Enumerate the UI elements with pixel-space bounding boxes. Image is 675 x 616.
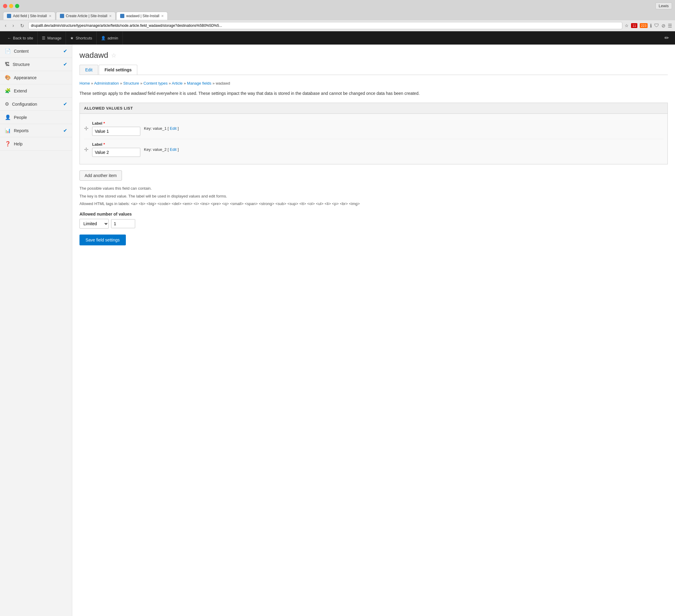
browser-icons: ☆ 11 223 ℹ 🛡 ⊘ ☰ <box>625 23 672 28</box>
maximize-traffic-light[interactable] <box>15 4 19 8</box>
breadcrumb-sep-5: » <box>213 81 216 85</box>
sidebar-extend-label: Extend <box>14 88 27 93</box>
sidebar-item-content-left: 📄 Content <box>5 48 28 54</box>
sidebar-configuration-label: Configuration <box>12 102 37 106</box>
traffic-lights <box>3 4 19 8</box>
browser-tab-1[interactable]: Create Article | Site-Install ✕ <box>56 12 116 20</box>
breadcrumb-sep-4: » <box>184 81 187 85</box>
sidebar-item-structure[interactable]: 🏗 Structure ✔ <box>0 58 72 71</box>
add-another-item-button[interactable]: Add another item <box>79 170 122 181</box>
sidebar-item-appearance[interactable]: 🎨 Appearance <box>0 71 72 84</box>
extension-icon-3[interactable]: ⊘ <box>662 23 665 28</box>
content-icon: 📄 <box>5 48 11 54</box>
allowed-number-row: LimitedUnlimited <box>79 219 668 229</box>
reports-icon: 📊 <box>5 128 11 133</box>
breadcrumb-article[interactable]: Article <box>172 81 182 85</box>
browser-addressbar: ‹ › ↻ ☆ 11 223 ℹ 🛡 ⊘ ☰ <box>0 20 675 31</box>
breadcrumb-administration[interactable]: Administration <box>94 81 119 85</box>
sidebar-item-content[interactable]: 📄 Content ✔ <box>0 45 72 58</box>
edit-link-1[interactable]: Edit <box>170 147 176 152</box>
info-icon[interactable]: ℹ <box>650 23 652 28</box>
edit-pencil-icon[interactable]: ✏ <box>662 34 672 41</box>
sidebar-structure-label: Structure <box>13 62 30 67</box>
sidebar-item-structure-left: 🏗 Structure <box>5 62 30 67</box>
breadcrumb-structure[interactable]: Structure <box>123 81 139 85</box>
admin-bar: ← Back to site ☰ Manage ★ Shortcuts 👤 ad… <box>0 31 675 45</box>
manage-link[interactable]: ☰ Manage <box>38 31 66 45</box>
page-description: These settings apply to the wadawd field… <box>79 90 668 97</box>
breadcrumb-sep-3: » <box>169 81 172 85</box>
shortcuts-link[interactable]: ★ Shortcuts <box>66 31 97 45</box>
page-title-row: wadawd ☆ <box>79 51 668 60</box>
sidebar-item-reports[interactable]: 📊 Reports ✔ <box>0 124 72 137</box>
sidebar-item-configuration[interactable]: ⚙ Configuration ✔ <box>0 97 72 111</box>
shortcuts-star-icon: ★ <box>70 36 74 41</box>
drag-handle-0[interactable]: ✛ <box>84 125 88 132</box>
forward-button[interactable]: › <box>10 22 16 29</box>
breadcrumb-sep-1: » <box>120 81 123 85</box>
content-area: wadawd ☆ Edit Field settings Home » Admi… <box>72 45 675 616</box>
sidebar-item-extend-left: 🧩 Extend <box>5 88 27 94</box>
back-to-site-link[interactable]: ← Back to site <box>3 31 38 45</box>
shortcuts-label: Shortcuts <box>76 36 92 41</box>
admin-label: admin <box>107 36 118 41</box>
breadcrumb-home[interactable]: Home <box>79 81 90 85</box>
tab-label-1: Create Article | Site-Install <box>66 14 107 18</box>
key-info-close-0: ] <box>178 126 179 131</box>
key-info-sep-1: [ <box>168 147 169 152</box>
sidebar-people-label: People <box>14 115 27 120</box>
menu-icon[interactable]: ☰ <box>668 23 672 28</box>
browser-tab-2[interactable]: wadawd | Site-Install ✕ <box>116 12 168 20</box>
drag-handle-1[interactable]: ✛ <box>84 146 88 153</box>
close-traffic-light[interactable] <box>3 4 7 8</box>
browser-tabs: Add field | Site-Install ✕ Create Articl… <box>0 12 675 20</box>
breadcrumb-manage-fields[interactable]: Manage fields <box>187 81 211 85</box>
breadcrumb-sep-2: » <box>140 81 144 85</box>
value-row-1: ✛ Label * Key: value_2 [ Edit ] <box>84 139 663 160</box>
key-info-0: Key: value_1 [ Edit ] <box>144 126 179 131</box>
tab-close-0[interactable]: ✕ <box>49 14 52 18</box>
value-input-1[interactable] <box>92 148 140 157</box>
section-header: ALLOWED VALUES LIST <box>80 103 668 114</box>
reports-check-icon: ✔ <box>63 128 67 133</box>
tab-edit[interactable]: Edit <box>79 65 98 75</box>
extension-icon-2[interactable]: 🛡 <box>654 23 659 28</box>
key-info-sep-0: [ <box>168 126 169 131</box>
reload-button[interactable]: ↻ <box>18 22 26 29</box>
sidebar-item-extend[interactable]: 🧩 Extend <box>0 84 72 97</box>
address-bar[interactable] <box>28 22 623 29</box>
user-icon: 👤 <box>101 36 106 41</box>
people-icon: 👤 <box>5 114 11 120</box>
help-icon: ❓ <box>5 141 11 147</box>
star-bookmark-icon[interactable]: ☆ <box>625 23 629 28</box>
tab-field-settings[interactable]: Field settings <box>99 65 137 75</box>
sidebar-content-label: Content <box>14 49 28 54</box>
save-field-settings-button[interactable]: Save field settings <box>79 235 126 245</box>
user-profile: Lewis <box>656 2 672 9</box>
structure-icon: 🏗 <box>5 62 10 67</box>
help-text-1: The possible values this field can conta… <box>79 185 668 191</box>
help-text-2: The key is the stored value. The label w… <box>79 193 668 199</box>
value-input-0[interactable] <box>92 127 140 136</box>
sidebar-item-reports-left: 📊 Reports <box>5 128 28 133</box>
tab-close-2[interactable]: ✕ <box>161 14 164 18</box>
edit-link-0[interactable]: Edit <box>170 126 176 131</box>
page-title: wadawd <box>79 51 108 60</box>
extension-icon-orange[interactable]: 223 <box>640 23 648 28</box>
configuration-icon: ⚙ <box>5 101 9 107</box>
back-button[interactable]: ‹ <box>3 22 8 29</box>
tab-close-1[interactable]: ✕ <box>109 14 112 18</box>
extension-icon-red[interactable]: 11 <box>631 23 637 28</box>
key-info-1: Key: value_2 [ Edit ] <box>144 147 179 152</box>
sidebar-item-help[interactable]: ❓ Help <box>0 137 72 151</box>
limited-select[interactable]: LimitedUnlimited <box>79 219 109 229</box>
back-to-site-label: Back to site <box>13 36 33 41</box>
minimize-traffic-light[interactable] <box>9 4 13 8</box>
browser-tab-0[interactable]: Add field | Site-Install ✕ <box>3 12 55 20</box>
favorite-star-icon[interactable]: ☆ <box>111 52 117 59</box>
sidebar-item-people[interactable]: 👤 People <box>0 111 72 124</box>
required-star-0: * <box>103 121 105 126</box>
breadcrumb-content-types[interactable]: Content types <box>144 81 168 85</box>
admin-user-link[interactable]: 👤 admin <box>97 31 123 45</box>
number-of-values-input[interactable] <box>111 219 135 228</box>
